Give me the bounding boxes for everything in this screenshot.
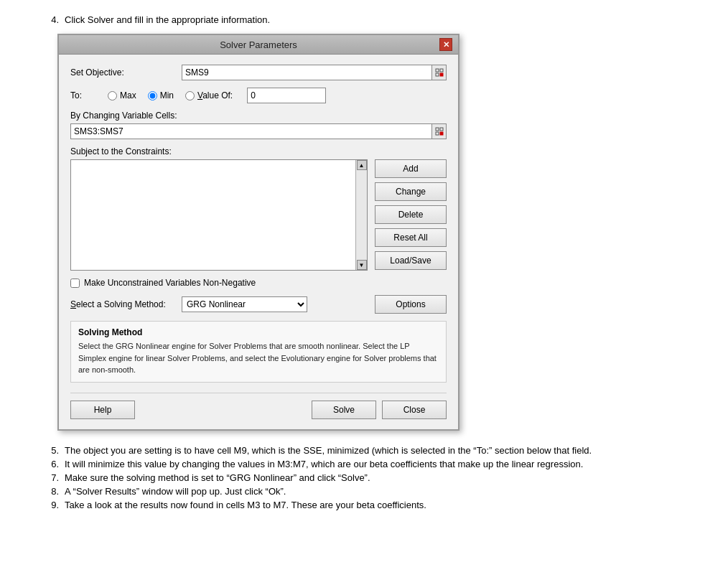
step9-text: Take a look at the results now found in …: [65, 500, 426, 510]
step7-text: Make sure the solving method is set to “…: [65, 472, 370, 483]
radio-max[interactable]: [108, 91, 117, 100]
change-button[interactable]: Change: [375, 182, 447, 201]
radio-min-text: Min: [160, 90, 174, 100]
set-objective-input[interactable]: [182, 65, 432, 80]
variable-cells-ref-btn[interactable]: [432, 123, 447, 139]
step4-text: Click Solver and fill in the appropriate…: [65, 14, 270, 25]
svg-rect-4: [436, 128, 439, 131]
solving-method-select[interactable]: GRG Nonlinear: [182, 296, 307, 312]
add-button[interactable]: Add: [375, 159, 447, 178]
step8-text: A “Solver Results” window will pop up. J…: [65, 486, 286, 497]
step8-num: 8.: [43, 486, 59, 497]
steps-list: 5. The object you are setting is to have…: [29, 445, 699, 510]
reset-all-button[interactable]: Reset All: [375, 228, 447, 247]
radio-value-of[interactable]: [185, 91, 195, 100]
dialog-close-button[interactable]: Close: [382, 401, 447, 419]
solver-parameters-dialog: Solver Parameters ✕ Set Objective: To:: [57, 34, 459, 431]
variable-cells-row: [70, 123, 447, 139]
radio-min-label[interactable]: Min: [148, 90, 174, 100]
set-objective-ref-btn[interactable]: [432, 65, 447, 80]
svg-rect-5: [440, 128, 443, 131]
dialog-footer: Help Solve Close: [70, 393, 447, 419]
svg-rect-7: [440, 132, 443, 135]
solving-method-row: Select a Solving Method: GRG Nonlinear O…: [70, 295, 447, 314]
solving-method-info: Solving Method Select the GRG Nonlinear …: [70, 321, 447, 383]
constraints-label: Subject to the Constraints:: [70, 146, 447, 156]
dialog-title: Solver Parameters: [78, 39, 439, 50]
svg-rect-0: [436, 69, 439, 72]
solve-button[interactable]: Solve: [312, 401, 376, 419]
svg-rect-1: [440, 69, 443, 72]
variable-cells-label: By Changing Variable Cells:: [70, 111, 447, 121]
to-label: To:: [70, 90, 99, 100]
step7-num: 7.: [43, 472, 59, 483]
svg-rect-3: [440, 73, 443, 76]
set-objective-row: Set Objective:: [70, 65, 447, 80]
svg-rect-2: [436, 73, 439, 76]
radio-group: Max Min Value Of:: [108, 88, 326, 103]
solving-method-info-text: Select the GRG Nonlinear engine for Solv…: [78, 340, 439, 376]
step5-num: 5.: [43, 445, 59, 456]
step6-num: 6.: [43, 459, 59, 469]
constraints-box[interactable]: ▲ ▼: [70, 159, 368, 271]
close-icon[interactable]: ✕: [439, 38, 452, 51]
non-negative-label: Make Unconstrained Variables Non-Negativ…: [84, 278, 256, 288]
constraints-area: ▲ ▼ Add Change Delete Reset All Load/Sav…: [70, 159, 447, 271]
delete-button[interactable]: Delete: [375, 205, 447, 224]
radio-max-text: Max: [120, 90, 136, 100]
constraint-buttons: Add Change Delete Reset All Load/Save: [375, 159, 447, 271]
set-objective-label: Set Objective:: [70, 67, 182, 78]
radio-value-of-text: Value Of:: [197, 90, 233, 100]
scroll-track: [357, 170, 367, 260]
constraints-scrollbar: ▲ ▼: [355, 160, 367, 270]
radio-max-label[interactable]: Max: [108, 90, 136, 100]
step5-text: The object you are setting is to have ce…: [65, 445, 592, 456]
step4-number: 4.: [43, 14, 59, 25]
value-of-input[interactable]: [247, 88, 326, 103]
radio-value-of-label[interactable]: Value Of:: [185, 90, 233, 100]
scroll-down-arrow[interactable]: ▼: [357, 260, 367, 270]
dialog-titlebar: Solver Parameters ✕: [59, 35, 458, 55]
options-button[interactable]: Options: [375, 295, 447, 314]
non-negative-checkbox[interactable]: [70, 279, 80, 288]
dialog-body: Set Objective: To: Max Min: [59, 55, 458, 429]
load-save-button[interactable]: Load/Save: [375, 251, 447, 270]
radio-min[interactable]: [148, 91, 157, 100]
svg-rect-6: [436, 132, 439, 135]
solving-method-info-title: Solving Method: [78, 327, 439, 337]
solving-method-label: Select a Solving Method:: [70, 299, 174, 309]
scroll-up-arrow[interactable]: ▲: [357, 160, 367, 170]
to-row: To: Max Min Value Of:: [70, 88, 447, 103]
step6-text: It will minimize this value by changing …: [65, 459, 583, 469]
checkbox-row: Make Unconstrained Variables Non-Negativ…: [70, 278, 447, 288]
help-button[interactable]: Help: [70, 401, 135, 419]
variable-cells-input[interactable]: [70, 123, 432, 139]
dialog-wrapper: Solver Parameters ✕ Set Objective: To:: [57, 34, 699, 431]
step9-num: 9.: [43, 500, 59, 510]
